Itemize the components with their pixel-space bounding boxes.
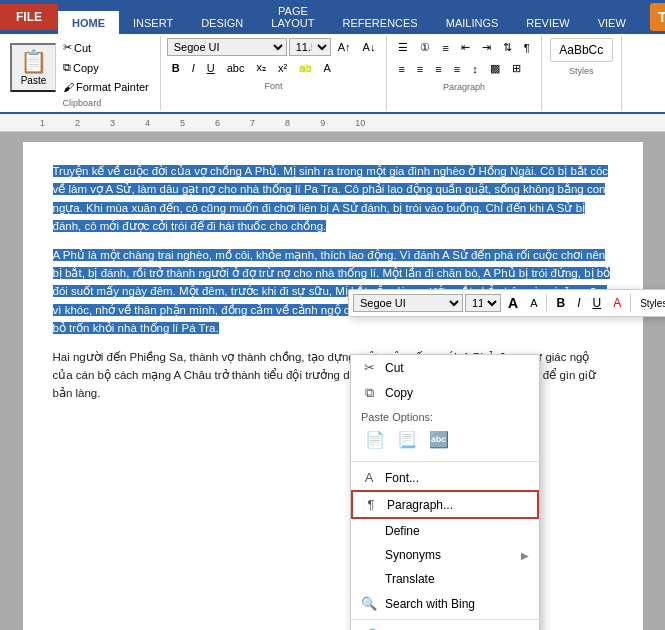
tab-page-layout[interactable]: PAGE LAYOUT bbox=[257, 0, 328, 35]
context-menu: ✂ Cut ⧉ Copy Paste Options: 📄 📃 🔤 A Font… bbox=[350, 354, 540, 630]
paste-merge-button[interactable]: 📃 bbox=[393, 426, 421, 453]
paste-button[interactable]: 📋 Paste bbox=[10, 43, 56, 92]
search-bing-icon: 🔍 bbox=[361, 596, 377, 611]
cut-button[interactable]: ✂ Cut bbox=[58, 38, 154, 57]
tab-home[interactable]: HOME bbox=[58, 11, 119, 35]
font-name-select[interactable]: Segoe UI bbox=[167, 38, 287, 56]
ctx-define-label: Define bbox=[385, 524, 529, 538]
tab-file[interactable]: FILE bbox=[0, 4, 58, 30]
multilevel-button[interactable]: ≡ bbox=[437, 38, 453, 57]
ribbon-bar: FILE HOME INSERT DESIGN PAGE LAYOUT REFE… bbox=[0, 0, 665, 34]
document-page: Truyện kể về cuộc đời của vợ chồng A Phủ… bbox=[23, 142, 643, 630]
paste-keep-source-button[interactable]: 📄 bbox=[361, 426, 389, 453]
superscript-button[interactable]: x² bbox=[273, 59, 292, 77]
align-center-button[interactable]: ≡ bbox=[412, 59, 428, 78]
tab-mailings[interactable]: MAILINGS bbox=[432, 11, 513, 35]
clipboard-label: Clipboard bbox=[63, 98, 102, 108]
increase-indent-button[interactable]: ⇥ bbox=[477, 38, 496, 57]
tab-view[interactable]: VIEW bbox=[584, 11, 640, 35]
ctx-translate[interactable]: Translate bbox=[351, 567, 539, 591]
ctx-search-bing-label: Search with Bing bbox=[385, 597, 529, 611]
ctx-translate-label: Translate bbox=[385, 572, 529, 586]
mini-font-select[interactable]: Segoe UI bbox=[353, 294, 463, 312]
font-section-label: Font bbox=[167, 81, 381, 91]
line-spacing-button[interactable]: ↕ bbox=[467, 59, 483, 78]
toolbar: 📋 Paste ✂ Cut ⧉ Copy 🖌 Format Painter Cl… bbox=[0, 34, 665, 114]
paragraph-icon: ¶ bbox=[363, 497, 379, 512]
font-icon: A bbox=[361, 470, 377, 485]
sort-button[interactable]: ⇅ bbox=[498, 38, 517, 57]
bold-button[interactable]: B bbox=[167, 59, 185, 77]
numbering-button[interactable]: ① bbox=[415, 38, 435, 57]
show-marks-button[interactable]: ¶ bbox=[519, 38, 535, 57]
align-left-button[interactable]: ≡ bbox=[393, 59, 409, 78]
format-painter-button[interactable]: 🖌 Format Painter bbox=[58, 78, 154, 96]
ctx-font-label: Font... bbox=[385, 471, 529, 485]
font-size-select[interactable]: 11.5 bbox=[289, 38, 331, 56]
ctx-search-bing[interactable]: 🔍 Search with Bing bbox=[351, 591, 539, 616]
paragraph-section-label: Paragraph bbox=[393, 82, 534, 92]
ctx-define[interactable]: Define bbox=[351, 519, 539, 543]
ctx-paste-section: Paste Options: 📄 📃 🔤 bbox=[351, 406, 539, 458]
styles-section-label: Styles bbox=[550, 66, 613, 76]
underline-button[interactable]: U bbox=[202, 59, 220, 77]
styles-normal[interactable]: AaBbCc bbox=[550, 38, 613, 62]
align-right-button[interactable]: ≡ bbox=[430, 59, 446, 78]
ctx-copy-label: Copy bbox=[385, 386, 529, 400]
grow-font-button[interactable]: A↑ bbox=[333, 38, 356, 56]
text-highlight-button[interactable]: ab bbox=[294, 59, 316, 77]
ctx-synonyms[interactable]: Synonyms ▶ bbox=[351, 543, 539, 567]
strikethrough-button[interactable]: abc bbox=[222, 59, 250, 77]
ctx-paste-label: Paste Options: bbox=[361, 411, 529, 423]
separator-1 bbox=[351, 461, 539, 462]
mini-styles-button[interactable]: Styles bbox=[635, 296, 665, 311]
synonyms-arrow-icon: ▶ bbox=[521, 550, 529, 561]
tab-references[interactable]: REFERENCES bbox=[329, 11, 432, 35]
justify-button[interactable]: ≡ bbox=[449, 59, 465, 78]
mini-shrink-button[interactable]: A bbox=[525, 295, 542, 311]
ctx-font[interactable]: A Font... bbox=[351, 465, 539, 490]
cut-icon: ✂ bbox=[361, 360, 377, 375]
tab-design[interactable]: DESIGN bbox=[187, 11, 257, 35]
copy-icon: ⧉ bbox=[361, 385, 377, 401]
mini-toolbar: Segoe UI 11.5 A A B I U A Styles bbox=[348, 289, 665, 317]
ctx-cut-label: Cut bbox=[385, 361, 529, 375]
shading-button[interactable]: ▩ bbox=[485, 59, 505, 78]
paragraph-1: Truyện kể về cuộc đời của vợ chồng A Phủ… bbox=[53, 162, 613, 236]
bullets-button[interactable]: ☰ bbox=[393, 38, 413, 57]
separator-2 bbox=[351, 619, 539, 620]
ctx-paragraph-label: Paragraph... bbox=[387, 498, 527, 512]
ctx-copy[interactable]: ⧉ Copy bbox=[351, 380, 539, 406]
ctx-paragraph[interactable]: ¶ Paragraph... bbox=[351, 490, 539, 519]
shrink-font-button[interactable]: A↓ bbox=[358, 38, 381, 56]
document-area: Truyện kể về cuộc đời của vợ chồng A Phủ… bbox=[0, 132, 665, 630]
ctx-hyperlink[interactable]: 🔗 Hyperlink... bbox=[351, 623, 539, 630]
ctx-synonyms-label: Synonyms bbox=[385, 548, 513, 562]
font-color-button[interactable]: A bbox=[318, 59, 335, 77]
mini-grow-button[interactable]: A bbox=[503, 293, 523, 313]
copy-button[interactable]: ⧉ Copy bbox=[58, 58, 154, 77]
mini-underline-button[interactable]: U bbox=[587, 294, 606, 312]
tab-review[interactable]: REVIEW bbox=[512, 11, 583, 35]
mini-italic-button[interactable]: I bbox=[572, 294, 585, 312]
italic-button[interactable]: I bbox=[187, 59, 200, 77]
mini-size-select[interactable]: 11.5 bbox=[465, 294, 501, 312]
mini-bold-button[interactable]: B bbox=[551, 294, 570, 312]
paste-text-only-button[interactable]: 🔤 bbox=[425, 426, 453, 453]
subscript-button[interactable]: x₂ bbox=[251, 58, 271, 77]
ctx-cut[interactable]: ✂ Cut bbox=[351, 355, 539, 380]
tab-insert[interactable]: INSERT bbox=[119, 11, 187, 35]
ruler: 1 2 3 4 5 6 7 8 9 10 bbox=[0, 114, 665, 132]
mini-font-color-button[interactable]: A bbox=[608, 294, 626, 312]
border-button[interactable]: ⊞ bbox=[507, 59, 526, 78]
decrease-indent-button[interactable]: ⇤ bbox=[456, 38, 475, 57]
